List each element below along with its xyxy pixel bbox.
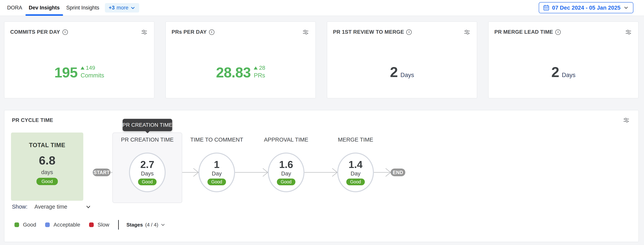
stage-tooltip-label: PR CREATION TIME: [122, 122, 172, 128]
metric-card-commits-per-day: COMMITS PER DAY i 195149Commits: [4, 21, 154, 98]
pr-cycle-time-card: PR CYCLE TIME TOTAL TIME 6.8 days Good S…: [4, 110, 639, 242]
stage-value: 1.6: [279, 160, 293, 170]
legend-swatch-good: [14, 223, 19, 227]
chevron-down-icon: [130, 5, 135, 10]
status-badge: Good: [346, 179, 365, 185]
legend-label-slow: Slow: [98, 222, 109, 228]
metric-value-group: 195149Commits: [4, 65, 154, 80]
date-range-picker[interactable]: 07 Dec 2024 - 05 Jan 2025: [539, 2, 634, 13]
sliders-icon[interactable]: [141, 29, 147, 35]
metric-unit: PRs: [254, 72, 265, 79]
stage-title: MERGE TIME: [321, 137, 390, 143]
metric-card-prs-per-day: PRs PER DAY i 28.8328PRs: [166, 21, 316, 98]
info-icon[interactable]: i: [62, 29, 68, 35]
stage-unit: Day: [350, 171, 360, 176]
stage-value: 1.4: [348, 160, 362, 170]
tab-label: Sprint Insights: [66, 5, 99, 11]
stage-unit: Days: [141, 171, 154, 176]
tab-dora[interactable]: DORA: [4, 0, 26, 15]
total-time-value: 6.8: [11, 155, 83, 166]
flow-end-label: END: [393, 170, 403, 175]
metric-delta: 149: [86, 65, 95, 71]
total-time-unit: days: [11, 170, 83, 175]
status-badge: Good: [36, 178, 58, 185]
total-time-label: TOTAL TIME: [11, 142, 83, 149]
cycle-card-title: PR CYCLE TIME: [12, 117, 53, 123]
card-title: PR MERGE LEAD TIME: [494, 29, 553, 35]
card-title: COMMITS PER DAY: [10, 29, 60, 35]
flow-start-pill: START: [93, 169, 110, 176]
sliders-icon[interactable]: [626, 29, 631, 35]
sliders-icon[interactable]: [623, 117, 629, 123]
info-icon[interactable]: i: [209, 29, 214, 35]
metric-card-pr-merge-lead-time: PR MERGE LEAD TIME i 2Days: [488, 21, 638, 98]
legend-swatch-slow: [89, 223, 94, 227]
metric-value-group: 2Days: [488, 65, 638, 79]
stage-circle-pr-creation-time[interactable]: 2.7 Days Good: [129, 153, 166, 192]
date-range-label: 07 Dec 2024 - 05 Jan 2025: [552, 5, 620, 11]
status-badge: Good: [277, 179, 296, 185]
metric-value: 2: [552, 65, 559, 79]
top-tab-bar: DORA Dev Insights Sprint Insights +3 mor…: [0, 0, 644, 16]
metric-unit: Days: [400, 72, 414, 78]
tab-label: DORA: [7, 5, 22, 11]
metric-value-group: 28.8328PRs: [166, 65, 316, 80]
more-tabs-count: +3: [109, 5, 115, 11]
info-icon[interactable]: i: [555, 29, 561, 35]
stage-tooltip: PR CREATION TIME: [123, 119, 172, 131]
stage-title: PR CREATION TIME: [112, 137, 182, 143]
status-badge: Good: [138, 179, 156, 185]
flow-end-pill: END: [391, 169, 405, 176]
sliders-icon[interactable]: [303, 29, 308, 35]
calendar-icon: [543, 5, 549, 11]
legend-label-acceptable: Acceptable: [54, 222, 80, 228]
more-tabs-chip[interactable]: +3 more: [105, 3, 139, 12]
tab-sprint-insights[interactable]: Sprint Insights: [63, 0, 102, 15]
stage-circle-approval-time[interactable]: 1.6 Day Good: [268, 153, 304, 192]
metric-unit: Commits: [80, 72, 104, 79]
stage-circle-merge-time[interactable]: 1.4 Day Good: [337, 153, 374, 192]
stage-circle-time-to-comment[interactable]: 1 Day Good: [198, 153, 235, 192]
dashboard-tabs: DORA Dev Insights Sprint Insights +3 mor…: [0, 0, 139, 15]
metric-value: 28.83: [216, 65, 251, 80]
show-row: Show: Average time: [12, 204, 67, 210]
chevron-down-icon: [623, 5, 629, 10]
info-icon[interactable]: i: [406, 29, 412, 35]
legend-swatch-acceptable: [45, 223, 50, 227]
chevron-down-icon[interactable]: [86, 204, 91, 210]
metric-value-group: 2Days: [327, 65, 477, 79]
cycle-legend: Good Acceptable Slow Stages (4 / 4): [14, 219, 165, 230]
stage-title: TIME TO COMMENT: [182, 137, 252, 143]
total-time-box: TOTAL TIME 6.8 days Good: [11, 133, 83, 201]
show-value-dropdown[interactable]: Average time: [34, 204, 67, 210]
card-title: PRs PER DAY: [172, 29, 207, 35]
metric-delta: 28: [259, 65, 265, 71]
stage-value: 2.7: [140, 160, 154, 170]
show-label: Show:: [12, 204, 28, 210]
stage-unit: Day: [212, 171, 222, 176]
sliders-icon[interactable]: [464, 29, 470, 35]
metric-value: 195: [54, 65, 78, 80]
tab-label: Dev Insights: [29, 5, 60, 11]
flow-start-label: START: [94, 170, 110, 175]
chevron-down-icon[interactable]: [160, 223, 165, 227]
active-tab-underline: [26, 14, 63, 16]
stage-unit: Day: [281, 171, 291, 176]
metric-value: 2: [390, 65, 398, 79]
stage-value: 1: [214, 160, 220, 170]
triangle-up-icon: [254, 66, 258, 69]
stages-filter-label: Stages: [126, 222, 143, 228]
status-badge: Good: [208, 179, 226, 185]
legend-divider: [118, 220, 119, 230]
tab-dev-insights[interactable]: Dev Insights: [26, 0, 63, 15]
triangle-up-icon: [80, 66, 84, 69]
more-tabs-label: more: [116, 5, 128, 11]
stage-title: APPROVAL TIME: [251, 137, 321, 143]
legend-label-good: Good: [23, 222, 36, 228]
metric-card-pr-first-review-to-merge: PR 1ST REVIEW TO MERGE i 2Days: [327, 21, 477, 98]
metric-unit: Days: [562, 72, 576, 78]
stages-filter-count: (4 / 4): [145, 222, 158, 228]
card-title: PR 1ST REVIEW TO MERGE: [333, 29, 404, 35]
